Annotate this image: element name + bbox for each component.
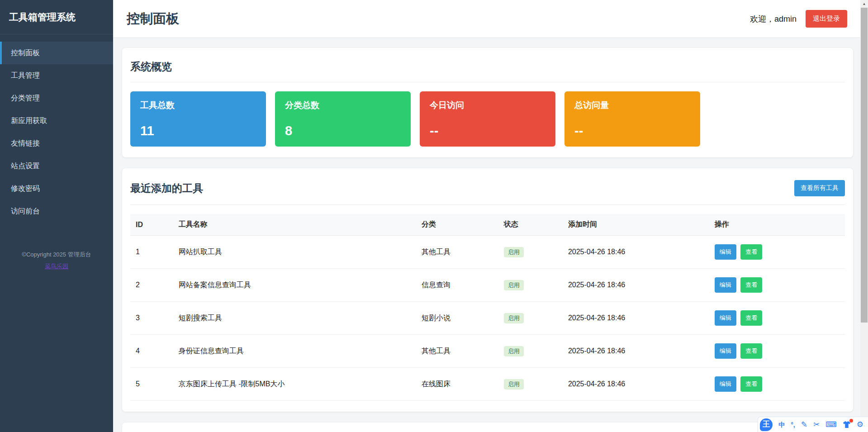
- stat-card: 分类总数 8: [275, 91, 411, 147]
- sidebar-item-label: 控制面板: [11, 49, 40, 57]
- sidebar-item[interactable]: 工具管理: [0, 64, 113, 87]
- page-title: 控制面板: [127, 10, 179, 28]
- cell-name: 京东图床上传工具 -限制5MB大小: [173, 368, 416, 401]
- quick-actions-card: 快捷操作 ⚙: [122, 423, 853, 432]
- sidebar-item-label: 修改密码: [11, 185, 40, 192]
- app-title: 工具箱管理系统: [0, 0, 113, 34]
- table-row: 5 京东图床上传工具 -限制5MB大小 在线图床 启用 2025-04-26 1…: [130, 368, 845, 401]
- status-badge: 启用: [504, 313, 524, 323]
- ime-keyboard-icon[interactable]: ⌨: [825, 421, 837, 428]
- sidebar-item-label: 访问前台: [11, 207, 40, 215]
- copyright-link[interactable]: 菜鸟乐园: [45, 262, 68, 271]
- recent-tools-table: ID 工具名称 分类 状态 添加时间 操作 1 网站扒取工具 其他工具 启: [130, 214, 845, 401]
- col-category: 分类: [416, 214, 498, 236]
- status-badge: 启用: [504, 379, 524, 389]
- sidebar-item-label: 站点设置: [11, 162, 40, 170]
- table-row: 3 短剧搜索工具 短剧小说 启用 2025-04-26 18:46 编辑 查看: [130, 302, 845, 335]
- cell-time: 2025-04-26 18:46: [563, 236, 709, 269]
- topbar: 控制面板 欢迎，admin 退出登录: [113, 0, 868, 38]
- cell-id: 2: [130, 269, 173, 302]
- sidebar-item-label: 分类管理: [11, 94, 40, 102]
- overview-title-row: 系统概览: [130, 57, 845, 82]
- view-button[interactable]: 查看: [740, 277, 762, 293]
- sidebar-item[interactable]: 修改密码: [0, 177, 113, 200]
- ime-skin-shirt-icon[interactable]: [843, 421, 851, 428]
- main-content: 系统概览 工具总数 11 分类总数 8 今日访问 --: [113, 38, 860, 432]
- cell-category: 短剧小说: [416, 302, 498, 335]
- edit-button[interactable]: 编辑: [715, 277, 736, 293]
- table-row: 1 网站扒取工具 其他工具 启用 2025-04-26 18:46 编辑 查看: [130, 236, 845, 269]
- scroll-up-arrow-icon[interactable]: ▲: [860, 0, 868, 8]
- view-button[interactable]: 查看: [740, 244, 762, 260]
- logout-button[interactable]: 退出登录: [806, 10, 847, 28]
- view-button[interactable]: 查看: [740, 310, 762, 326]
- col-actions: 操作: [709, 214, 845, 236]
- stat-label: 今日访问: [430, 100, 545, 111]
- overview-card: 系统概览 工具总数 11 分类总数 8 今日访问 --: [122, 48, 853, 157]
- recent-tools-card: 最近添加的工具 查看所有工具 ID 工具名称 分类 状态 添加时间 操作: [122, 168, 853, 412]
- sidebar-item[interactable]: 访问前台: [0, 200, 113, 223]
- cell-time: 2025-04-26 18:46: [563, 269, 709, 302]
- stats-row: 工具总数 11 分类总数 8 今日访问 -- 总访问量 --: [130, 91, 845, 147]
- status-badge: 启用: [504, 280, 524, 290]
- sidebar-menu: 控制面板 工具管理 分类管理 新应用获取 友情链接 站点设置 修改密码: [0, 42, 113, 223]
- welcome-text: 欢迎，admin: [750, 14, 797, 24]
- col-time: 添加时间: [563, 214, 709, 236]
- cell-status: 启用: [498, 335, 563, 368]
- view-button[interactable]: 查看: [740, 343, 762, 359]
- ime-scissors-icon[interactable]: ✂: [813, 421, 820, 428]
- cell-actions: 编辑 查看: [709, 236, 845, 269]
- scrollbar-thumb[interactable]: [861, 8, 868, 323]
- cell-status: 启用: [498, 368, 563, 401]
- ime-handwriting-pencil-icon[interactable]: ✎: [801, 421, 807, 428]
- table-row: 4 身份证信息查询工具 其他工具 启用 2025-04-26 18:46 编辑 …: [130, 335, 845, 368]
- sidebar-item[interactable]: 友情链接: [0, 132, 113, 155]
- cell-id: 3: [130, 302, 173, 335]
- sidebar-item[interactable]: 控制面板: [0, 42, 113, 64]
- sidebar-item[interactable]: 新应用获取: [0, 109, 113, 132]
- cell-actions: 编辑 查看: [709, 269, 845, 302]
- edit-button[interactable]: 编辑: [715, 343, 736, 359]
- ime-logo-icon[interactable]: 王: [760, 418, 773, 431]
- stat-card: 总访问量 --: [564, 91, 700, 147]
- sidebar-item[interactable]: 站点设置: [0, 155, 113, 177]
- ime-punctuation-icon[interactable]: °,: [791, 422, 795, 428]
- sidebar-item-label: 工具管理: [11, 71, 40, 79]
- recent-title: 最近添加的工具: [130, 181, 203, 195]
- sidebar-item-label: 友情链接: [11, 139, 40, 147]
- topbar-right: 欢迎，admin 退出登录: [750, 10, 847, 28]
- cell-category: 在线图床: [416, 368, 498, 401]
- view-all-tools-button[interactable]: 查看所有工具: [794, 180, 845, 196]
- status-badge: 启用: [504, 346, 524, 356]
- stat-label: 总访问量: [574, 100, 690, 111]
- cell-actions: 编辑 查看: [709, 335, 845, 368]
- ime-chinese-mode-icon[interactable]: 中: [778, 422, 785, 428]
- cell-time: 2025-04-26 18:46: [563, 335, 709, 368]
- stat-value: --: [574, 123, 690, 138]
- cell-name: 短剧搜索工具: [173, 302, 416, 335]
- cell-category: 其他工具: [416, 236, 498, 269]
- edit-button[interactable]: 编辑: [715, 310, 736, 326]
- sidebar-item[interactable]: 分类管理: [0, 87, 113, 109]
- ime-settings-gear-icon[interactable]: ⚙: [857, 421, 863, 428]
- cell-id: 5: [130, 368, 173, 401]
- cell-name: 网站扒取工具: [173, 236, 416, 269]
- table-row: 2 网站备案信息查询工具 信息查询 启用 2025-04-26 18:46 编辑…: [130, 269, 845, 302]
- edit-button[interactable]: 编辑: [715, 376, 736, 392]
- stat-card: 工具总数 11: [130, 91, 266, 147]
- sidebar-item-label: 新应用获取: [11, 117, 47, 124]
- overview-title: 系统概览: [130, 60, 172, 74]
- vertical-scrollbar[interactable]: ▲: [860, 0, 868, 432]
- stat-value: 11: [140, 123, 256, 138]
- ime-notification-dot: [849, 419, 853, 423]
- edit-button[interactable]: 编辑: [715, 244, 736, 260]
- stat-label: 工具总数: [140, 100, 256, 111]
- view-button[interactable]: 查看: [740, 376, 762, 392]
- sidebar-footer: ©Copyright 2025 管理后台 菜鸟乐园: [0, 251, 113, 271]
- cell-actions: 编辑 查看: [709, 368, 845, 401]
- stat-card: 今日访问 --: [420, 91, 555, 147]
- cell-category: 信息查询: [416, 269, 498, 302]
- cell-category: 其他工具: [416, 335, 498, 368]
- col-name: 工具名称: [173, 214, 416, 236]
- table-header-row: ID 工具名称 分类 状态 添加时间 操作: [130, 214, 845, 236]
